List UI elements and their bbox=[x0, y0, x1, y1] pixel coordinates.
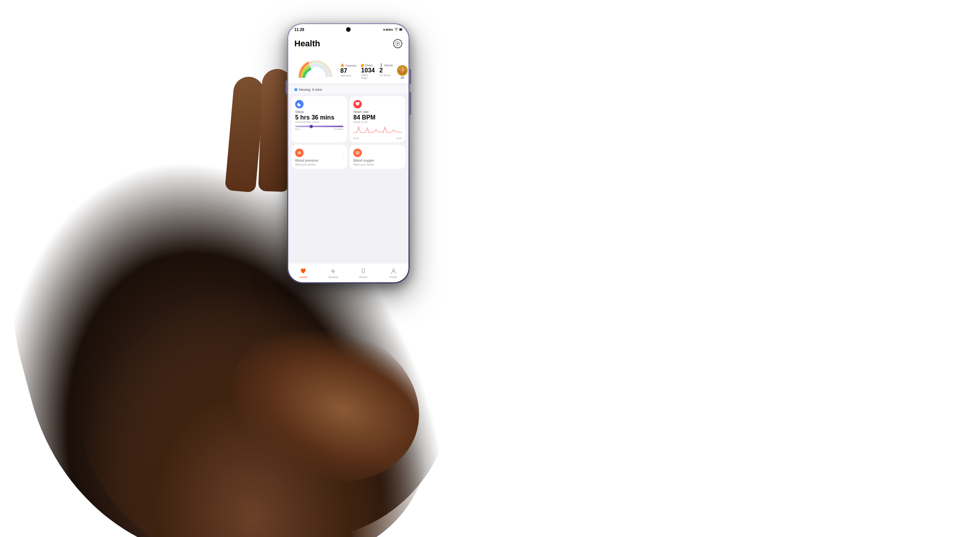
heart-rate-icon bbox=[353, 100, 362, 108]
heart-rate-detail: 12/23 11:22 bbox=[353, 121, 402, 123]
steps-stat[interactable]: Steps 1034 /6000 steps bbox=[361, 64, 375, 79]
cookie-count: x2 bbox=[401, 76, 404, 79]
phone-device: 11:29 8.8KB/s Health bbox=[287, 23, 410, 283]
blood-pressure-chevron: › bbox=[343, 155, 344, 159]
sleep-quality-bar bbox=[295, 126, 343, 127]
phone-screen: 11:29 8.8KB/s Health bbox=[288, 24, 408, 282]
sleep-card[interactable]: Sleep 5 hrs 36 mins 23 December | Poor P… bbox=[291, 96, 347, 142]
blood-pressure-title: Blood pressure bbox=[295, 159, 343, 162]
rainbow-chart bbox=[294, 55, 336, 79]
sleep-bar-left: Poor bbox=[295, 128, 300, 130]
bottom-navigation: Health Workout Device bbox=[288, 263, 408, 282]
hand-background bbox=[0, 0, 980, 537]
heart-rate-card[interactable]: Heart rate 84 BPM 12/23 11:22 00:00 24:0… bbox=[350, 96, 405, 142]
battery-icon bbox=[399, 28, 402, 31]
moving-text: Moving: 9 mins bbox=[299, 88, 322, 92]
app-title: Health bbox=[294, 39, 320, 49]
sleep-value: 5 hrs 36 mins bbox=[295, 115, 343, 121]
blood-oxygen-card[interactable]: Blood oxygen Wear your device › bbox=[350, 145, 405, 169]
camera-notch bbox=[346, 27, 351, 32]
workout-nav-icon bbox=[330, 267, 337, 275]
heart-chart-start: 00:00 bbox=[353, 137, 359, 139]
phone-body: 11:29 8.8KB/s Health bbox=[287, 23, 410, 283]
profile-nav-label: Profile bbox=[390, 276, 397, 278]
calories-label: 🔥 Calories bbox=[340, 64, 356, 67]
cookie-icon: 🍪 bbox=[397, 65, 408, 76]
sleep-icon bbox=[295, 100, 304, 108]
cookie-badge: 🍪 x2 bbox=[397, 65, 408, 79]
heart-rate-chart bbox=[353, 125, 402, 136]
nav-item-device[interactable]: Device bbox=[348, 267, 379, 278]
health-nav-label: Health bbox=[299, 276, 307, 278]
steps-sub: /6000 steps bbox=[361, 74, 375, 79]
bottom-cards: Blood pressure Wear your device › Blood … bbox=[288, 145, 408, 169]
svg-point-7 bbox=[299, 152, 300, 153]
activity-rings-chart bbox=[294, 55, 336, 78]
standing-value: 2 bbox=[379, 67, 397, 74]
status-time: 11:29 bbox=[294, 28, 304, 32]
moving-row: Moving: 9 mins bbox=[288, 85, 408, 94]
calories-value: 87 bbox=[340, 68, 356, 74]
activity-section: 🔥 Calories 87 /400 kcal Steps 1034 bbox=[288, 52, 408, 83]
blood-oxygen-chevron: › bbox=[401, 155, 402, 159]
standing-label: 🧍 Standi... › bbox=[379, 64, 397, 67]
svg-point-11 bbox=[392, 269, 395, 271]
health-cards-grid: Sleep 5 hrs 36 mins 23 December | Poor P… bbox=[288, 96, 408, 142]
stats-row: 🔥 Calories 87 /400 kcal Steps 1034 bbox=[336, 64, 397, 79]
heart-chart-labels: 00:00 24:00 bbox=[353, 137, 402, 139]
sleep-bar-right: Excellent bbox=[334, 128, 343, 130]
app-header: Health bbox=[288, 35, 408, 52]
heart-chart-end: 24:00 bbox=[396, 137, 402, 139]
heart-rate-value: 84 BPM bbox=[353, 115, 402, 121]
status-right: 8.8KB/s bbox=[383, 28, 402, 31]
heart-rate-title: Heart rate bbox=[353, 110, 402, 114]
svg-rect-1 bbox=[402, 29, 402, 30]
blood-pressure-sub: Wear your device bbox=[295, 163, 343, 166]
device-nav-label: Device bbox=[359, 276, 368, 278]
svg-rect-2 bbox=[400, 29, 402, 30]
steps-label: Steps bbox=[361, 64, 375, 67]
blood-oxygen-icon bbox=[353, 149, 362, 157]
sleep-bar-thumb bbox=[310, 125, 313, 128]
app-content: Health bbox=[288, 35, 408, 263]
nav-item-workout[interactable]: Workout bbox=[318, 267, 349, 278]
blood-oxygen-title: Blood oxygen bbox=[353, 159, 402, 162]
blood-pressure-card[interactable]: Blood pressure Wear your device › bbox=[291, 145, 347, 169]
svg-point-10 bbox=[363, 272, 364, 272]
sleep-detail: 23 December | Poor bbox=[295, 121, 343, 123]
sleep-bar-labels: Poor Excellent bbox=[295, 128, 343, 130]
add-button[interactable] bbox=[393, 39, 402, 48]
network-speed: 8.8KB/s bbox=[383, 28, 393, 31]
blood-oxygen-sub: Wear your device bbox=[353, 163, 402, 166]
health-nav-icon bbox=[299, 267, 307, 275]
workout-nav-label: Workout bbox=[328, 276, 338, 278]
device-nav-icon bbox=[359, 267, 367, 275]
profile-nav-icon bbox=[390, 267, 397, 275]
nav-item-profile[interactable]: Profile bbox=[379, 267, 409, 278]
moving-dot bbox=[294, 88, 297, 91]
steps-value: 1034 bbox=[361, 67, 375, 74]
sleep-bar-container: Poor Excellent bbox=[295, 126, 343, 130]
standing-stat[interactable]: 🧍 Standi... › 2 /12 hours bbox=[379, 64, 397, 79]
calories-sub: /400 kcal bbox=[340, 74, 356, 77]
wifi-icon bbox=[394, 28, 398, 31]
sleep-title: Sleep bbox=[295, 110, 343, 114]
nav-item-health[interactable]: Health bbox=[288, 267, 318, 278]
calories-stat[interactable]: 🔥 Calories 87 /400 kcal bbox=[340, 64, 356, 79]
steps-dot bbox=[361, 64, 364, 67]
status-bar: 11:29 8.8KB/s bbox=[288, 24, 408, 35]
standing-icon: 🧍 bbox=[379, 64, 383, 67]
standing-sub: /12 hours bbox=[379, 74, 397, 77]
blood-pressure-icon bbox=[295, 149, 304, 157]
